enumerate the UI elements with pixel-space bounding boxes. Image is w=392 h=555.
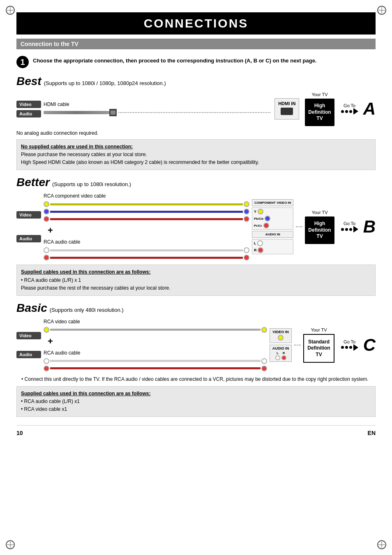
better-video-tag: Video — [16, 211, 41, 219]
basic-tv-box: Standard Definition TV — [303, 334, 334, 363]
corner-mark-tl — [4, 4, 16, 16]
basic-goto-inner: Go To — [341, 339, 358, 351]
plus-sign-better: + — [44, 225, 249, 236]
basic-audio-in-port: AUDIO IN L R — [270, 345, 292, 362]
better-info-box: Supplied cables used in this connection … — [16, 265, 376, 296]
basic-audio-cable-label: RCA audio cable — [44, 350, 267, 356]
corner-mark-tr — [376, 4, 388, 16]
best-audio-tag: Audio — [16, 110, 41, 117]
comp-port-pr: Pr/Cr — [254, 223, 291, 228]
better-info-title: Supplied cables used in this connection … — [21, 269, 150, 275]
dot1b — [341, 228, 344, 231]
better-subtext: (Supports up to 1080i resolution.) — [52, 181, 131, 187]
basic-video-bar — [50, 329, 261, 331]
comp-audio-ports: L R — [252, 239, 293, 254]
comp-video-in-label: COMPONENT VIDEO IN — [252, 199, 293, 206]
basic-video-in-label: VIDEO IN — [272, 330, 289, 334]
rca-pr-plug — [44, 216, 49, 222]
basic-tv-line3: TV — [316, 352, 322, 357]
comp-port-l-conn — [257, 240, 263, 246]
hdmi-in-port: HDMI IN — [274, 98, 299, 120]
better-audio-cable-label: RCA audio cable — [44, 239, 249, 245]
best-label: Best (Supports up to 1080i / 1080p, 1080… — [16, 75, 376, 88]
basic-ports: VIDEO IN AUDIO IN L R — [270, 328, 292, 362]
basic-goto-label: Go To — [344, 339, 355, 344]
comp-port-y-label: Y — [254, 210, 256, 214]
comp-port-y-conn — [258, 209, 263, 214]
best-tv-line3: TV — [316, 115, 323, 121]
plus-sign-basic: + — [44, 336, 267, 347]
comp-cable-pr — [44, 216, 249, 222]
basic-audio-l-plug2 — [261, 358, 267, 364]
best-cable-label: HDMI cable — [44, 101, 272, 107]
better-word: Better — [16, 176, 50, 189]
best-diagram: Video Audio HDMI cable H — [16, 92, 376, 126]
comp-audio-in-label: AUDIO IN — [252, 231, 293, 238]
comp-port-y: Y — [254, 209, 291, 214]
basic-cables: RCA video cable + RCA audio cable — [44, 319, 267, 371]
rca-y-plug — [44, 201, 49, 207]
basic-diagram: Video Audio RCA video cable + RCA audio … — [16, 319, 376, 371]
rca-r-plug — [44, 255, 49, 260]
better-letter: B — [363, 218, 376, 235]
dot2 — [345, 110, 348, 113]
best-tv-line1: High — [314, 103, 325, 108]
best-word: Best — [16, 75, 42, 88]
best-info-box: No supplied cables are used in this conn… — [16, 139, 376, 170]
comp-port-pr-conn — [263, 223, 269, 228]
rca-pb-plug — [44, 209, 49, 214]
best-info-title: No supplied cables are used in this conn… — [21, 144, 133, 150]
best-goto-label: Go To — [344, 103, 355, 108]
better-tv-line1: High — [314, 221, 325, 226]
better-port-block: COMPONENT VIDEO IN Y Pb/Cb Pr/Cr — [252, 199, 293, 254]
arrow-right-c — [353, 344, 358, 351]
dot2b — [345, 228, 348, 231]
better-dots-arrow — [341, 226, 358, 233]
comp-port-r-conn — [258, 247, 263, 253]
basic-audio-l-plug1 — [44, 358, 49, 364]
step-number-circle: 1 — [16, 56, 29, 68]
comp-port-pb-label: Pb/Cb — [254, 217, 263, 221]
better-info-line1: • RCA audio cable (L/R) x 1 — [21, 277, 81, 283]
dot3c — [349, 346, 352, 349]
cable-l-bar — [50, 249, 243, 251]
basic-letter: C — [363, 336, 376, 354]
rca-pr-plug2 — [244, 216, 249, 222]
step-1: 1 Choose the appropriate connection, the… — [16, 55, 376, 68]
hdmi-cable-bar — [44, 111, 109, 114]
better-info-line2: Please purchase the rest of the necessar… — [21, 285, 171, 291]
better-cables: RCA component video cable — [44, 193, 249, 260]
best-info-line2: High Speed HDMI Cable (also known as HDM… — [21, 159, 259, 165]
audio-cable-r — [44, 255, 249, 260]
best-goto-inner: Go To — [341, 103, 358, 115]
better-video-cable-label: RCA component video cable — [44, 193, 249, 199]
basic-bullet-note: • Connect this unit directly to the TV. … — [16, 375, 376, 383]
cable-pb-bar — [50, 211, 243, 213]
better-tv-area: Your TV High Definition TV — [305, 210, 334, 244]
basic-word: Basic — [16, 302, 47, 315]
comp-port-l-label: L — [254, 241, 256, 245]
rca-r-plug2 — [244, 255, 249, 260]
better-tv-line2: Definition — [308, 227, 331, 233]
dot2c — [345, 346, 348, 349]
better-tv-box: High Definition TV — [305, 216, 334, 244]
basic-info-line1: • RCA audio cable (L/R) x1 — [21, 398, 80, 404]
basic-port-l-label: L — [277, 351, 279, 355]
best-section: Best (Supports up to 1080i / 1080p, 1080… — [16, 75, 376, 170]
dot1c — [341, 346, 344, 349]
best-info-line1: Please purchase the necessary cables at … — [21, 152, 147, 157]
comp-cable-y — [44, 201, 249, 207]
best-your-tv: Your TV — [311, 92, 327, 97]
hdmi-dotted-line — [118, 112, 270, 113]
basic-info-line2: • RCA video cable x1 — [21, 406, 67, 412]
basic-audio-r-plug2 — [261, 366, 267, 371]
dot3b — [349, 228, 352, 231]
basic-video-tag: Video — [16, 332, 41, 339]
dot1 — [341, 110, 344, 113]
basic-dots-arrow — [341, 344, 358, 351]
comp-port-pb-conn — [265, 216, 270, 221]
basic-audio-l-bar — [50, 360, 261, 362]
page-title: CONNECTIONS — [16, 16, 376, 30]
page-language: EN — [368, 430, 376, 436]
page-number: 10 — [16, 430, 23, 436]
